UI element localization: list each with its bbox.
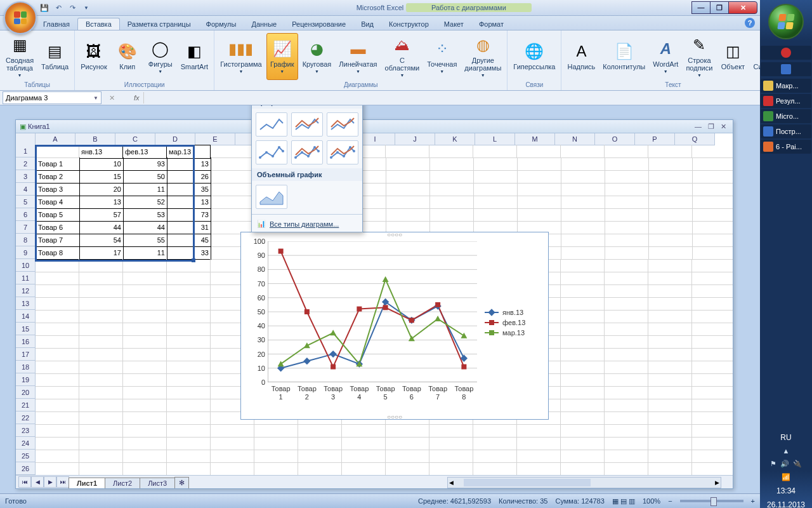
scatter-chart-button[interactable]: ⁘Точечная▼ [424, 33, 460, 80]
cell[interactable] [692, 284, 733, 298]
cell[interactable] [648, 437, 692, 450]
cell[interactable] [386, 424, 429, 438]
cell[interactable] [211, 183, 255, 196]
last-sheet-button[interactable]: ⏭ [56, 476, 69, 488]
cell[interactable] [36, 373, 79, 387]
cell[interactable] [648, 462, 692, 475]
taskbar-item[interactable]: 6 - Pai... [761, 140, 811, 154]
cell[interactable]: Товар 5 [36, 208, 80, 222]
tray-icons[interactable]: ▲ [783, 447, 790, 455]
row-header[interactable]: 5 [16, 196, 36, 208]
clipart-button[interactable]: 🎨Клип [112, 33, 143, 80]
cell[interactable] [123, 323, 167, 336]
cell[interactable] [473, 450, 517, 463]
cell[interactable]: 26 [167, 170, 211, 184]
row-header[interactable]: 8 [16, 234, 36, 246]
legend-entry[interactable]: фев.13 [485, 319, 535, 326]
row-header[interactable]: 9 [16, 246, 36, 259]
cell[interactable] [473, 437, 517, 450]
cell[interactable] [474, 157, 518, 171]
column-header[interactable]: M [515, 133, 555, 145]
cell[interactable] [36, 399, 79, 412]
row-header[interactable]: 3 [16, 170, 36, 183]
cell[interactable] [79, 450, 123, 463]
cell[interactable] [167, 323, 211, 336]
wordart-button[interactable]: AWordArt▼ [650, 33, 681, 80]
cell[interactable] [648, 145, 692, 158]
name-box[interactable]: Диаграмма 3▼ [3, 91, 102, 104]
cell[interactable] [561, 246, 605, 260]
cell[interactable] [605, 145, 648, 158]
cell[interactable] [167, 462, 211, 475]
cell[interactable] [517, 424, 561, 438]
taskbar-item[interactable]: Micro... [761, 109, 811, 123]
cell[interactable] [79, 259, 123, 272]
cell[interactable]: 11 [124, 183, 167, 196]
row-header[interactable]: 14 [16, 310, 36, 323]
cell[interactable] [298, 437, 342, 450]
cell[interactable] [692, 437, 733, 450]
cell[interactable] [473, 462, 517, 475]
row-header[interactable]: 15 [16, 323, 36, 335]
cell[interactable] [167, 284, 211, 298]
cell[interactable] [167, 348, 211, 361]
cell[interactable] [342, 462, 386, 475]
cell[interactable] [123, 437, 167, 450]
cell[interactable] [167, 297, 211, 311]
clock-time[interactable]: 13:34 [760, 484, 812, 498]
cell[interactable] [517, 450, 561, 463]
cell[interactable] [561, 335, 605, 349]
cell[interactable] [386, 208, 430, 222]
cell[interactable] [561, 450, 605, 463]
new-sheet-button[interactable]: ✻ [174, 477, 189, 488]
network-icon[interactable]: 📶 [782, 473, 790, 481]
redo-icon[interactable]: ↷ [66, 2, 79, 13]
horizontal-scrollbar[interactable]: ◀▶ [447, 477, 721, 488]
cell[interactable]: Товар 2 [36, 170, 80, 184]
pie-chart-button[interactable]: ◕Круговая▼ [299, 33, 335, 80]
cell[interactable]: 52 [124, 196, 167, 209]
cell[interactable]: 54 [80, 234, 124, 247]
cell[interactable] [36, 272, 79, 285]
cell[interactable] [474, 170, 518, 184]
column-header[interactable]: B [75, 133, 115, 145]
cell[interactable] [648, 310, 692, 323]
cell[interactable] [386, 196, 430, 209]
cell[interactable] [79, 437, 123, 450]
cell[interactable] [692, 259, 733, 272]
cell[interactable] [79, 348, 123, 361]
cell[interactable] [36, 310, 79, 323]
cell[interactable] [693, 183, 733, 196]
fx-icon[interactable]: fx [134, 94, 140, 102]
cell[interactable] [79, 411, 123, 425]
cell[interactable]: Товар 8 [36, 246, 80, 260]
cell[interactable] [692, 450, 733, 463]
cell[interactable] [79, 284, 123, 298]
clock-date[interactable]: 26.11.2013 [760, 498, 812, 508]
table-button[interactable]: ▤Таблица [38, 33, 72, 80]
cell[interactable]: 33 [167, 246, 211, 260]
cell[interactable] [648, 297, 692, 311]
tab-page-layout[interactable]: Разметка страницы [120, 18, 199, 30]
cell[interactable] [211, 208, 255, 222]
cell[interactable] [79, 399, 123, 412]
cell[interactable] [648, 284, 692, 298]
cell[interactable] [211, 437, 254, 450]
cell[interactable]: 10 [80, 157, 124, 171]
column-chart-button[interactable]: ▮▮▮Гистограмма▼ [217, 33, 265, 80]
cell[interactable] [518, 183, 561, 196]
cell[interactable] [36, 411, 79, 425]
close-button[interactable]: ✕ [728, 1, 757, 14]
cell[interactable] [693, 157, 733, 171]
cell[interactable] [123, 348, 167, 361]
taskbar-item[interactable]: Макр... [761, 79, 811, 93]
row-header[interactable]: 6 [16, 208, 36, 221]
cell[interactable] [36, 361, 79, 374]
flag-icon[interactable]: ⚑ [770, 460, 776, 468]
zoom-slider[interactable] [680, 500, 743, 502]
volume-icon[interactable]: 🔊 [780, 460, 789, 468]
legend-entry[interactable]: янв.13 [485, 309, 535, 316]
cell[interactable] [518, 208, 561, 222]
cell[interactable]: Товар 1 [36, 157, 80, 171]
cell[interactable] [342, 424, 386, 438]
